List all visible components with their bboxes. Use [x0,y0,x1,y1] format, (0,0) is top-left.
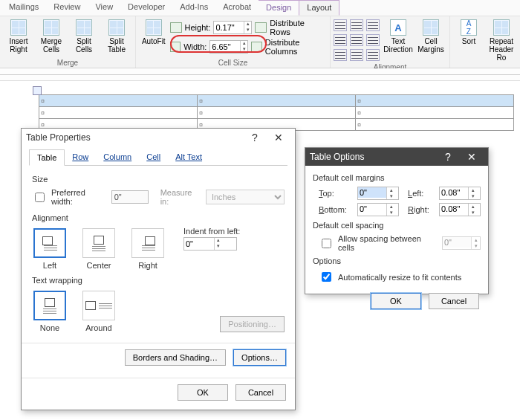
group-label-cell-size: Cell Size [139,58,327,68]
document-area: ¤¤¤ ¤¤¤ ¤¤¤ [0,81,520,131]
alignment-section-label: Alignment [32,213,285,222]
merge-cells-button[interactable]: MergeCells [36,18,67,54]
table-properties-dialog: Table Properties ? ✕ Table Row Column Ce… [21,128,296,410]
indent-from-left-spinner[interactable]: ▴▾ [183,237,237,251]
close-button[interactable]: ✕ [460,151,484,163]
distribute-rows-icon [255,22,267,33]
align-bl[interactable] [334,49,347,61]
auto-resize-label: Automatically resize to fit contents [338,273,461,282]
tab-acrobat[interactable]: Acrobat [215,0,259,16]
align-center-option[interactable]: Center [81,228,117,270]
document-table[interactable]: ¤¤¤ ¤¤¤ ¤¤¤ [39,94,514,131]
cell-margins-button[interactable]: CellMargins [415,18,446,54]
tab-addins[interactable]: Add-Ins [172,0,215,16]
measure-in-label: Measure in: [160,188,201,206]
default-spacing-label: Default cell spacing [313,221,481,230]
split-table-button[interactable]: SplitTable [101,18,132,54]
margin-left-label: Left: [408,189,439,198]
help-button[interactable]: ? [243,132,267,143]
tab-design[interactable]: Design [259,0,299,16]
width-icon [170,42,181,52]
margin-left-spinner[interactable]: ▴▾ [439,187,481,200]
opts-cancel-button[interactable]: Cancel [429,293,479,309]
close-button[interactable]: ✕ [267,132,290,143]
align-mr[interactable] [366,34,380,46]
height-icon [170,22,182,33]
group-merge: InsertRight MergeCells SplitCells SplitT… [0,16,136,68]
help-button[interactable]: ? [436,151,460,163]
wrap-none-option[interactable]: None [32,291,68,332]
autofit-button[interactable]: AutoFit [139,18,169,45]
wrap-around-option[interactable]: Around [81,291,117,332]
table-options-dialog: Table Options ? ✕ Default cell margins T… [305,147,489,294]
table-options-titlebar[interactable]: Table Options ? ✕ [305,148,488,166]
options-button[interactable]: Options… [233,349,286,366]
dialog-title: Table Properties [26,132,243,143]
tab-cell[interactable]: Cell [139,149,168,165]
cell-spacing-spinner: ▴▾ [442,236,481,250]
margin-right-label: Right: [408,205,439,214]
align-tl[interactable] [334,19,347,31]
width-label: Width: [183,42,207,51]
split-cells-button[interactable]: SplitCells [68,18,100,54]
dialog-title: Table Options [310,152,436,162]
ruler [0,68,520,81]
measure-in-select: Inches [206,190,285,204]
tab-layout[interactable]: Layout [299,0,339,16]
margin-top-spinner[interactable]: ▴▾ [357,187,399,200]
allow-spacing-label: Allow spacing between cells [338,234,433,252]
group-label-merge: Merge [3,58,132,68]
insert-right-button[interactable]: InsertRight [3,18,34,54]
tab-table[interactable]: Table [29,149,65,166]
tab-developer[interactable]: Developer [120,0,172,16]
height-spinner[interactable]: ▴▾ [213,21,252,34]
indent-from-left-label: Indent from left: [183,227,240,236]
borders-shading-button[interactable]: Borders and Shading… [125,349,226,366]
preferred-width-label: Preferred width: [51,188,107,206]
opts-ok-button[interactable]: OK [371,293,421,309]
tab-column[interactable]: Column [96,149,139,165]
group-cell-size: AutoFit Height: ▴▾ Distribute Rows Width… [136,16,331,68]
auto-resize-checkbox[interactable] [322,272,331,282]
props-ok-button[interactable]: OK [178,384,228,401]
props-cancel-button[interactable]: Cancel [235,384,286,401]
group-alignment: ATextDirection CellMargins Alignment [331,16,450,68]
height-label: Height: [185,23,211,32]
table-move-handle[interactable] [33,86,42,95]
allow-spacing-checkbox[interactable] [322,239,331,248]
ribbon: InsertRight MergeCells SplitCells SplitT… [0,16,520,68]
options-section-label: Options [313,256,481,265]
align-br[interactable] [366,49,380,61]
margin-right-spinner[interactable]: ▴▾ [439,203,481,216]
align-left-option[interactable]: Left [32,228,68,270]
repeat-header-rows-button[interactable]: RepeatHeader Ro [486,18,517,62]
tab-mailings[interactable]: Mailings [1,0,46,16]
default-margins-label: Default cell margins [313,173,481,182]
tab-row[interactable]: Row [65,149,96,165]
text-direction-button[interactable]: ATextDirection [383,18,414,54]
sort-button[interactable]: AZSort [453,18,484,45]
tab-review[interactable]: Review [46,0,88,16]
dialog-tabs: Table Row Column Cell Alt Text [29,149,287,166]
align-ml[interactable] [334,34,347,46]
align-right-option[interactable]: Right [130,228,166,270]
margin-bottom-spinner[interactable]: ▴▾ [357,203,399,216]
distribute-cols-button[interactable]: Distribute Columns [265,38,327,56]
size-section-label: Size [32,175,285,184]
ribbon-tabs: Mailings Review View Developer Add-Ins A… [0,0,520,16]
text-wrapping-section-label: Text wrapping [32,276,285,285]
width-spinner[interactable]: ▴▾ [209,40,248,54]
margin-top-label: Top: [319,189,357,198]
margin-bottom-label: Bottom: [319,205,357,214]
tab-alt-text[interactable]: Alt Text [168,149,209,165]
table-properties-titlebar[interactable]: Table Properties ? ✕ [22,129,295,146]
align-bc[interactable] [350,49,363,61]
align-mc[interactable] [350,34,363,46]
distribute-rows-button[interactable]: Distribute Rows [270,19,327,36]
preferred-width-checkbox[interactable] [35,193,45,202]
tab-view[interactable]: View [88,0,120,16]
distribute-cols-icon [251,42,262,52]
preferred-width-input [111,190,149,204]
align-tc[interactable] [350,19,363,31]
align-tr[interactable] [366,19,380,31]
